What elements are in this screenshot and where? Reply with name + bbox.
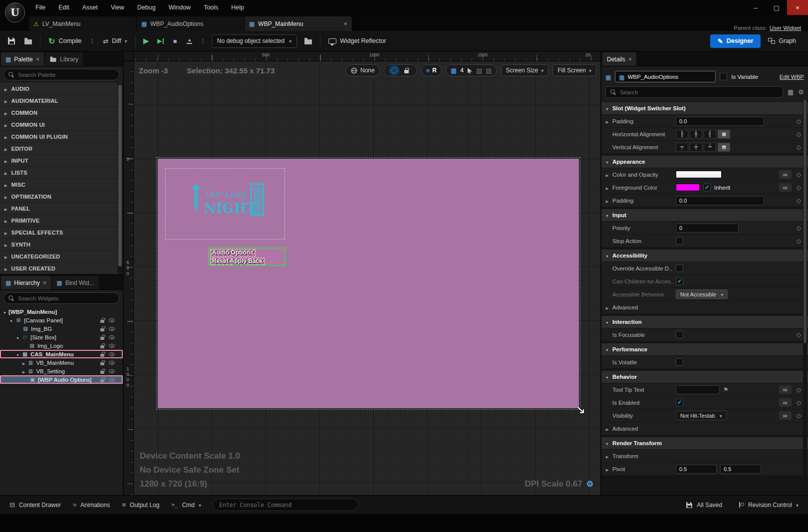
- color-opacity-swatch[interactable]: [676, 171, 722, 178]
- visibility-eye-icon[interactable]: [109, 344, 115, 348]
- lock-icon[interactable]: [100, 379, 104, 382]
- tab-hierarchy[interactable]: Hierarchy ×: [1, 276, 51, 289]
- is-focusable-checkbox[interactable]: [676, 331, 683, 338]
- compile-options-icon[interactable]: ⋮: [87, 37, 97, 45]
- bind-diamond-icon[interactable]: [797, 225, 801, 232]
- halign-left-button[interactable]: ┠: [676, 130, 688, 139]
- cursor-icon[interactable]: [467, 67, 473, 74]
- property-matrix-icon[interactable]: ▦: [788, 88, 794, 96]
- frame-skip-button[interactable]: [154, 34, 167, 47]
- play-button[interactable]: [140, 34, 153, 47]
- content-drawer-button[interactable]: ⊟ Content Drawer: [5, 499, 65, 512]
- tree-item-img-bg[interactable]: ▨Img_BG: [0, 324, 123, 333]
- scrollbar-thumb[interactable]: [804, 100, 807, 343]
- lock-icon[interactable]: [100, 345, 104, 348]
- play-options-icon[interactable]: ⋮: [198, 37, 208, 45]
- lock-icon[interactable]: [100, 328, 104, 331]
- dpi-settings-gear-icon[interactable]: [586, 479, 593, 489]
- visibility-eye-icon[interactable]: [109, 378, 115, 382]
- bind-diamond-icon[interactable]: [797, 184, 801, 191]
- parent-class-link[interactable]: User Widget: [770, 25, 801, 31]
- visibility-eye-icon[interactable]: [109, 352, 115, 356]
- menu-help[interactable]: Help: [225, 0, 251, 15]
- tree-item-wbp-mainmenu[interactable]: [WBP_MainMenu]: [0, 307, 123, 316]
- anchor-circle-button[interactable]: [389, 65, 400, 75]
- valign-fill-button[interactable]: ▤: [718, 143, 730, 152]
- is-volatile-checkbox[interactable]: [676, 358, 683, 366]
- palette-category[interactable]: AUDIOMATERIAL: [0, 95, 117, 107]
- row-transform[interactable]: Transform: [601, 450, 808, 463]
- browse-content-button[interactable]: [20, 34, 36, 48]
- widget-name-field[interactable]: [615, 71, 716, 82]
- fill-screen-dropdown[interactable]: Fill Screen: [552, 64, 596, 76]
- tab-library[interactable]: Library: [45, 52, 83, 66]
- bind-diamond-icon[interactable]: [797, 238, 801, 245]
- bind-diamond-icon[interactable]: [797, 131, 801, 138]
- palette-category[interactable]: PANEL: [0, 203, 117, 215]
- valign-top-button[interactable]: ┯: [676, 143, 688, 152]
- localization-preview-dropdown[interactable]: None: [346, 64, 380, 76]
- logo-image-widget[interactable]: Our Long NIGHT: [165, 168, 285, 240]
- palette-category[interactable]: INPUT: [0, 155, 117, 167]
- tab-bind-widgets[interactable]: Bind Wid...: [52, 276, 98, 289]
- section-appearance[interactable]: Appearance: [601, 156, 808, 168]
- design-grid[interactable]: Zoom -3 Selection: 342.55 x 71.73 None: [134, 61, 600, 495]
- palette-category[interactable]: OPTIMIZATION: [0, 191, 117, 203]
- bind-diamond-icon[interactable]: [797, 144, 801, 151]
- palette-search-input[interactable]: [18, 72, 114, 78]
- is-variable-checkbox[interactable]: [720, 73, 727, 80]
- palette-category[interactable]: UNCATEGORIZED: [0, 251, 117, 263]
- visibility-eye-icon[interactable]: [109, 327, 115, 331]
- palette-category[interactable]: SYNTH: [0, 239, 117, 251]
- menu-debug[interactable]: Debug: [131, 0, 162, 15]
- accessible-behavior-dropdown[interactable]: Not Accessible: [676, 289, 728, 299]
- all-saved-button[interactable]: All Saved: [681, 499, 727, 512]
- screen-size-dropdown[interactable]: Screen Size: [501, 64, 549, 76]
- tree-item-img-logo[interactable]: ▨Img_Logo: [0, 341, 123, 350]
- tooltip-text-input[interactable]: [676, 385, 720, 394]
- visibility-eye-icon[interactable]: [109, 361, 115, 365]
- palette-category[interactable]: AUDIO: [0, 83, 117, 95]
- visibility-eye-icon[interactable]: [109, 335, 115, 339]
- visibility-eye-icon[interactable]: [109, 318, 115, 322]
- lock-icon[interactable]: [100, 362, 104, 365]
- visibility-eye-icon[interactable]: [109, 369, 115, 373]
- visibility-dropdown[interactable]: Not Hit-Testab: [676, 411, 727, 420]
- valign-bottom-button[interactable]: ┷: [704, 143, 716, 152]
- tab-wbp-mainmenu[interactable]: WBP_MainMenu ×: [245, 16, 352, 31]
- bind-link-button[interactable]: [779, 411, 792, 420]
- minimize-button[interactable]: –: [745, 0, 766, 15]
- menu-view[interactable]: View: [104, 0, 131, 15]
- bind-link-button[interactable]: [779, 385, 792, 394]
- palette-category[interactable]: COMMON UI: [0, 119, 117, 131]
- menu-file[interactable]: File: [29, 0, 52, 15]
- stop-action-checkbox[interactable]: [676, 237, 683, 245]
- section-render-transform[interactable]: Render Transform: [601, 437, 808, 450]
- palette-search[interactable]: [3, 69, 119, 80]
- grid-snap-icon[interactable]: [451, 67, 457, 74]
- scrollbar-thumb[interactable]: [118, 85, 122, 266]
- eject-button[interactable]: [183, 34, 196, 47]
- widget-name-input[interactable]: [628, 74, 712, 80]
- priority-input[interactable]: [676, 224, 739, 233]
- palette-category[interactable]: COMMON UI PLUGIN: [0, 131, 117, 143]
- console-command-input[interactable]: [219, 502, 352, 509]
- r-toggle[interactable]: R: [432, 67, 437, 74]
- details-scrollbar[interactable]: [803, 99, 807, 492]
- inherit-checkbox[interactable]: [703, 184, 711, 191]
- palette-category[interactable]: EDITOR: [0, 143, 117, 155]
- designer-viewport[interactable]: 500 1000 1500 20 0 500 1000 Zoom -3 Sele…: [124, 51, 600, 495]
- bind-diamond-icon[interactable]: [797, 386, 801, 393]
- palette-category[interactable]: PRIMITIVE: [0, 215, 117, 227]
- lock-icon[interactable]: [100, 337, 104, 340]
- flag-icon[interactable]: [723, 386, 729, 393]
- unreal-logo-icon[interactable]: U: [5, 2, 25, 22]
- bind-diamond-icon[interactable]: [797, 331, 801, 338]
- pivot-x-input[interactable]: [676, 465, 717, 474]
- can-children-accessible-checkbox[interactable]: [676, 277, 683, 285]
- widget-reflector-button[interactable]: Widget Reflector: [324, 34, 390, 48]
- row-accessibility-advanced[interactable]: Advanced: [601, 301, 808, 314]
- tree-item-canvas-panel[interactable]: ⊞[Canvas Panel]: [0, 316, 123, 324]
- list-icon[interactable]: [426, 67, 430, 74]
- lock-icon[interactable]: [100, 371, 104, 374]
